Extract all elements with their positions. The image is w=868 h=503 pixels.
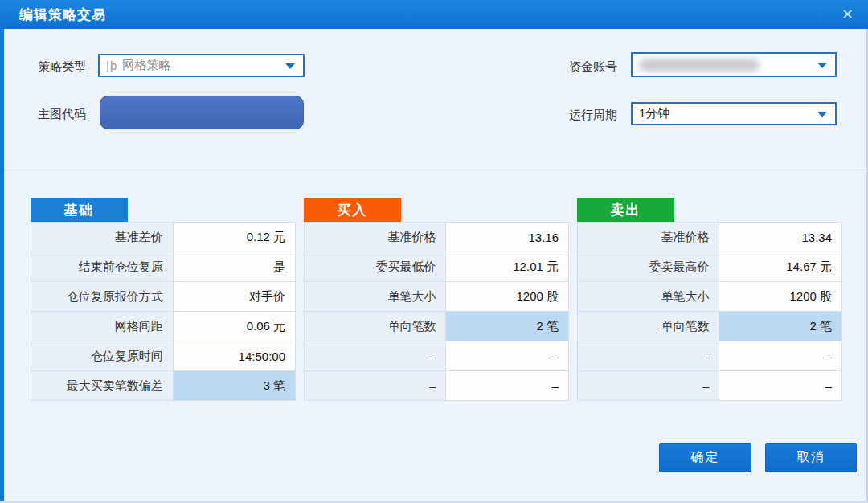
param-label: 结束前仓位复原 [31, 252, 174, 282]
param-value[interactable]: 是 [173, 252, 295, 282]
param-label: 委买最低价 [305, 252, 446, 282]
param-value-highlighted[interactable]: 2 笔 [446, 312, 569, 341]
chevron-down-icon [817, 63, 827, 68]
grid-strategy-icon: |ϸ [106, 59, 117, 72]
table-row: 单向笔数2 笔 [305, 312, 569, 341]
main-chart-code-label: 主图代码 [38, 107, 86, 122]
param-label: 仓位复原报价方式 [31, 282, 174, 312]
param-label: 单笔大小 [578, 282, 719, 312]
fund-account-dropdown[interactable] [631, 52, 837, 77]
strategy-type-label: 策略类型 [38, 59, 86, 75]
sell-params-table: 基准价格13.34 委卖最高价14.67 元 单笔大小1200 股 单向笔数2 … [577, 222, 842, 401]
section-header-sell: 卖出 [577, 198, 674, 222]
param-label: 网格间距 [31, 312, 174, 341]
param-value[interactable]: – [719, 341, 842, 371]
param-label: – [305, 371, 446, 401]
section-header-buy: 买入 [304, 198, 401, 222]
param-label: – [578, 341, 719, 371]
table-row: 单笔大小1200 股 [305, 282, 569, 312]
param-label: 基准价格 [305, 223, 446, 252]
run-cycle-label: 运行周期 [569, 108, 617, 123]
param-value[interactable]: – [719, 371, 842, 401]
chevron-down-icon [285, 63, 295, 69]
table-row: 委卖最高价14.67 元 [578, 252, 842, 282]
run-cycle-value: 1分钟 [639, 106, 669, 121]
basic-params-table: 基准差价0.12 元 结束前仓位复原是 仓位复原报价方式对手价 网格间距0.06… [31, 222, 296, 401]
table-row: –– [305, 371, 569, 401]
dialog-title: 编辑策略交易 [19, 6, 106, 24]
dialog-titlebar: 编辑策略交易 ✕ [0, 0, 868, 29]
table-row: 基准差价0.12 元 [31, 223, 296, 252]
table-row: 委买最低价12.01 元 [305, 252, 569, 282]
param-value[interactable]: 13.16 [446, 223, 569, 252]
fund-account-label: 资金账号 [569, 59, 617, 75]
param-label: 基准价格 [578, 223, 719, 252]
cancel-button[interactable]: 取消 [765, 443, 857, 472]
param-value[interactable]: 12.01 元 [446, 252, 569, 282]
strategy-type-dropdown[interactable]: |ϸ 网格策略 [98, 54, 305, 77]
strategy-type-value: 网格策略 [122, 58, 170, 73]
param-label: 委卖最高价 [578, 252, 719, 282]
table-row: 结束前仓位复原是 [31, 252, 296, 282]
param-label: 单向笔数 [578, 312, 719, 341]
chevron-down-icon [817, 112, 827, 117]
param-value[interactable]: – [446, 371, 569, 401]
table-row: –– [578, 341, 842, 371]
param-label: 最大买卖笔数偏差 [31, 371, 174, 401]
param-label: 基准差价 [31, 223, 174, 252]
table-row: 单笔大小1200 股 [578, 282, 842, 312]
param-value[interactable]: 1200 股 [446, 282, 569, 312]
edit-strategy-dialog: 编辑策略交易 ✕ 策略类型 |ϸ 网格策略 资金账号 主图代码 运行周期 1分钟… [0, 0, 868, 503]
section-header-basic: 基础 [31, 198, 128, 222]
table-row: 单向笔数2 笔 [578, 312, 842, 341]
table-row: 最大买卖笔数偏差3 笔 [31, 371, 296, 401]
param-label: 仓位复原时间 [31, 341, 174, 371]
param-label: – [578, 371, 719, 401]
param-label: 单向笔数 [305, 312, 446, 341]
section-divider [4, 170, 866, 170]
table-row: 基准价格13.16 [305, 223, 569, 252]
param-value[interactable]: 13.34 [719, 223, 842, 252]
ok-button[interactable]: 确定 [659, 443, 751, 472]
table-row: 网格间距0.06 元 [31, 312, 296, 341]
param-label: – [305, 341, 446, 371]
param-value[interactable]: 14:50:00 [173, 341, 295, 371]
dialog-left-border [0, 29, 4, 503]
table-row: 仓位复原报价方式对手价 [31, 282, 296, 312]
param-value-highlighted[interactable]: 2 笔 [719, 312, 842, 341]
param-value[interactable]: 0.06 元 [173, 312, 295, 341]
fund-account-value-redacted [639, 59, 760, 72]
param-label: 单笔大小 [305, 282, 446, 312]
table-row: 仓位复原时间14:50:00 [31, 341, 296, 371]
param-value[interactable]: 1200 股 [719, 282, 842, 312]
param-value-highlighted[interactable]: 3 笔 [173, 371, 295, 401]
main-chart-code-field-redacted[interactable] [100, 96, 304, 129]
param-value[interactable]: – [446, 341, 569, 371]
param-value[interactable]: 14.67 元 [719, 252, 842, 282]
table-row: 基准价格13.34 [578, 223, 842, 252]
run-cycle-dropdown[interactable]: 1分钟 [631, 102, 837, 125]
table-row: –– [578, 371, 842, 401]
buy-params-table: 基准价格13.16 委买最低价12.01 元 单笔大小1200 股 单向笔数2 … [304, 222, 569, 401]
param-value[interactable]: 0.12 元 [173, 223, 295, 252]
table-row: –– [305, 341, 569, 371]
param-value[interactable]: 对手价 [173, 282, 295, 312]
close-icon[interactable]: ✕ [841, 7, 854, 22]
